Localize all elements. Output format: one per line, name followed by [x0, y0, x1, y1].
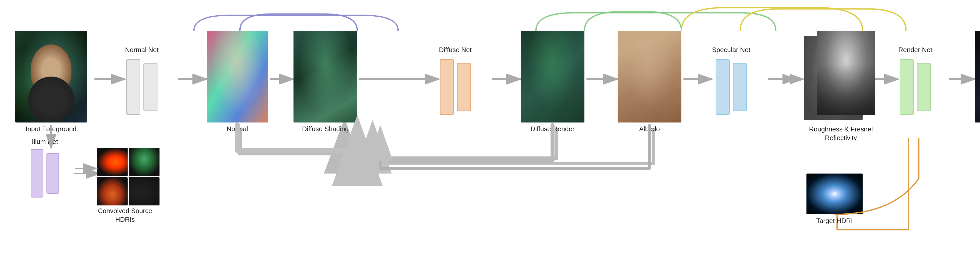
illum-net-label: Illum Net: [30, 138, 59, 146]
normal-image: [207, 31, 268, 122]
roughness-fresnel-label: Roughness & Fresnel Reflectivity: [796, 125, 886, 142]
normal-net-group: Normal Net: [125, 46, 159, 118]
target-hdri-image: [807, 173, 862, 214]
input-foreground-image: [15, 31, 87, 122]
specular-net-col1: [716, 59, 730, 115]
specular-net-col2: [733, 63, 747, 111]
specular-net-group: Specular Net: [712, 46, 750, 118]
convolved-hdris-grid: [97, 148, 159, 205]
diffuse-net-col2: [457, 63, 471, 111]
render-net-group: Render Net: [898, 46, 932, 118]
diffuse-render-label: Diffuse Render: [520, 125, 584, 133]
relit-foreground-image: [975, 31, 980, 122]
render-net-label: Render Net: [898, 46, 932, 54]
normal-label: Normal: [207, 125, 268, 133]
roughness-image-front: [817, 31, 875, 115]
albedo-label: Albedo: [617, 125, 681, 133]
normal-net-label: Normal Net: [125, 46, 159, 54]
diagram-container: Input Foreground Normal Net Normal Illum…: [0, 0, 980, 270]
normal-net-col2: [143, 63, 158, 111]
relit-foreground-label: Relit Foreground: [975, 125, 980, 133]
diffuse-net-group: Diffuse Net: [439, 46, 472, 118]
specular-net-label: Specular Net: [712, 46, 750, 54]
illum-net-col1: [30, 149, 43, 197]
render-net-col1: [900, 59, 914, 115]
diffuse-shading-label: Diffuse Shading: [293, 125, 357, 133]
normal-net-col1: [126, 59, 140, 115]
input-foreground-label: Input Foreground: [15, 125, 87, 133]
illum-net-group: Illum Net: [30, 138, 59, 199]
diffuse-shading-image: [293, 31, 357, 122]
albedo-image: [617, 31, 681, 122]
target-hdri-label: Target HDRI: [807, 217, 862, 225]
diffuse-net-label: Diffuse Net: [439, 46, 472, 54]
render-net-col2: [917, 63, 931, 111]
convolved-hdris-label: Convolved Source HDRIs: [89, 207, 161, 224]
illum-net-col2: [46, 153, 59, 194]
diffuse-net-col1: [440, 59, 454, 115]
diffuse-render-image: [520, 31, 584, 122]
